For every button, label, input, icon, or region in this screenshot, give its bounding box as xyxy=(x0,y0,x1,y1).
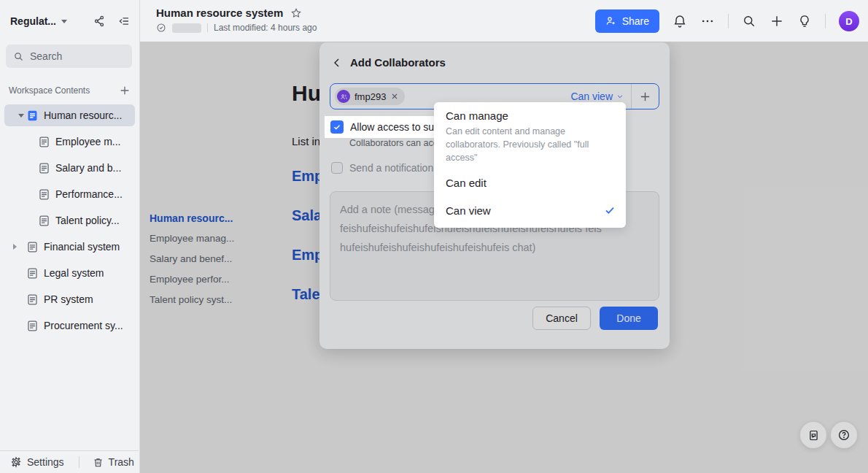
trash-icon xyxy=(93,457,104,468)
gear-icon xyxy=(10,456,22,468)
selected-check-icon xyxy=(604,204,616,216)
sidebar-item-label: Financial system xyxy=(44,241,120,253)
doc-icon xyxy=(38,162,50,174)
sidebar-item-financial[interactable]: Financial system xyxy=(4,236,135,258)
doc-icon xyxy=(26,293,39,306)
can-manage-description: Can edit content and manage collaborator… xyxy=(446,125,613,164)
sidebar-item-procurement[interactable]: Procurement sy... xyxy=(4,315,135,337)
sidebar-item-label: Human resourc... xyxy=(44,109,122,121)
share-button[interactable]: Share xyxy=(595,9,659,33)
sidebar-search-input[interactable]: Search xyxy=(6,45,132,68)
topbar-divider xyxy=(825,14,826,28)
allow-subpages-checkbox-checked[interactable] xyxy=(330,120,344,134)
trash-button[interactable]: Trash xyxy=(93,456,134,468)
sidebar-item-label: Salary and b... xyxy=(55,162,121,174)
caret-down-icon[interactable] xyxy=(18,114,24,118)
trash-label: Trash xyxy=(109,456,134,468)
share-label: Share xyxy=(622,15,649,27)
doc-icon xyxy=(26,320,39,332)
more-options-icon[interactable] xyxy=(700,14,715,28)
settings-label: Settings xyxy=(27,456,64,468)
redacted-badge xyxy=(172,23,201,33)
app-window: Regulat... Search Workspace Contents Hum… xyxy=(0,0,868,473)
add-page-icon[interactable] xyxy=(119,85,131,96)
sidebar-item-label: Talent policy... xyxy=(55,215,120,226)
sidebar-item-human-resource[interactable]: Human resourc... xyxy=(4,104,135,126)
sidebar-item-label: Employee m... xyxy=(55,136,120,147)
menu-item-can-manage[interactable]: Can manage xyxy=(446,109,508,122)
sidebar-item-label: PR system xyxy=(44,293,93,305)
allow-subpages-label: Allow access to subpages xyxy=(350,121,435,133)
shield-check-icon xyxy=(156,23,166,33)
person-add-icon xyxy=(605,15,617,27)
sidebar-item-label: Procurement sy... xyxy=(44,320,123,331)
topbar-actions: Share D xyxy=(595,9,859,33)
sidebar-item-employee-m[interactable]: Employee m... xyxy=(4,131,135,153)
search-icon[interactable] xyxy=(742,14,756,28)
menu-item-can-edit[interactable]: Can edit xyxy=(446,177,487,189)
sidebar-item-label: Performance... xyxy=(55,188,123,200)
sidebar-footer: Settings Trash xyxy=(0,450,139,473)
caret-right-icon[interactable] xyxy=(13,244,17,250)
doc-icon xyxy=(38,215,50,227)
footer-divider xyxy=(79,456,80,468)
sidebar-item-pr[interactable]: PR system xyxy=(4,288,135,310)
section-title: Workspace Contents xyxy=(9,85,90,96)
main-content-region: Human resourc... Employee manag... Salar… xyxy=(140,42,868,473)
collapse-sidebar-icon[interactable] xyxy=(117,15,131,28)
chevron-down-icon xyxy=(61,20,67,23)
avatar[interactable]: D xyxy=(839,11,859,31)
workspace-name[interactable]: Regulat... xyxy=(10,15,56,27)
lightbulb-icon[interactable] xyxy=(797,14,812,28)
doc-icon xyxy=(26,267,39,280)
doc-icon xyxy=(38,136,50,148)
search-icon xyxy=(13,51,24,62)
topbar: Human resource system Last modified: 4 h… xyxy=(140,0,868,42)
sidebar-item-salary[interactable]: Salary and b... xyxy=(4,157,135,179)
menu-item-can-view[interactable]: Can view xyxy=(446,204,491,217)
permission-dropdown-menu: Can manage Can edit content and manage c… xyxy=(434,102,626,228)
subrow-divider xyxy=(207,23,208,32)
workspace-contents-header: Workspace Contents xyxy=(9,85,131,96)
last-modified-text: Last modified: 4 hours ago xyxy=(214,23,317,33)
workspace-tree: Human resourc... Employee m... Salary an… xyxy=(4,104,135,341)
allow-subpages-row[interactable]: Allow access to subpages xyxy=(325,116,435,138)
sidebar-item-performance[interactable]: Performance... xyxy=(4,183,135,205)
share-nodes-icon[interactable] xyxy=(93,15,106,28)
search-placeholder: Search xyxy=(30,50,62,62)
sidebar-item-talent-policy[interactable]: Talent policy... xyxy=(4,209,135,231)
sidebar-item-legal[interactable]: Legal system xyxy=(4,262,135,284)
sidebar-item-label: Legal system xyxy=(44,267,104,279)
doc-icon xyxy=(38,188,50,201)
doc-icon xyxy=(26,241,39,253)
settings-button[interactable]: Settings xyxy=(10,456,64,468)
new-doc-icon[interactable] xyxy=(770,14,784,28)
doc-icon-selected xyxy=(26,109,39,122)
sidebar: Regulat... Search Workspace Contents Hum… xyxy=(0,0,140,473)
bell-icon[interactable] xyxy=(673,14,687,28)
page-title: Human resource system xyxy=(156,7,283,19)
star-icon[interactable] xyxy=(290,7,302,19)
check-icon xyxy=(333,123,341,131)
avatar-initial: D xyxy=(845,16,852,27)
topbar-divider xyxy=(728,14,729,28)
workspace-switcher[interactable]: Regulat... xyxy=(10,13,131,29)
doc-title-block: Human resource system Last modified: 4 h… xyxy=(156,7,317,33)
